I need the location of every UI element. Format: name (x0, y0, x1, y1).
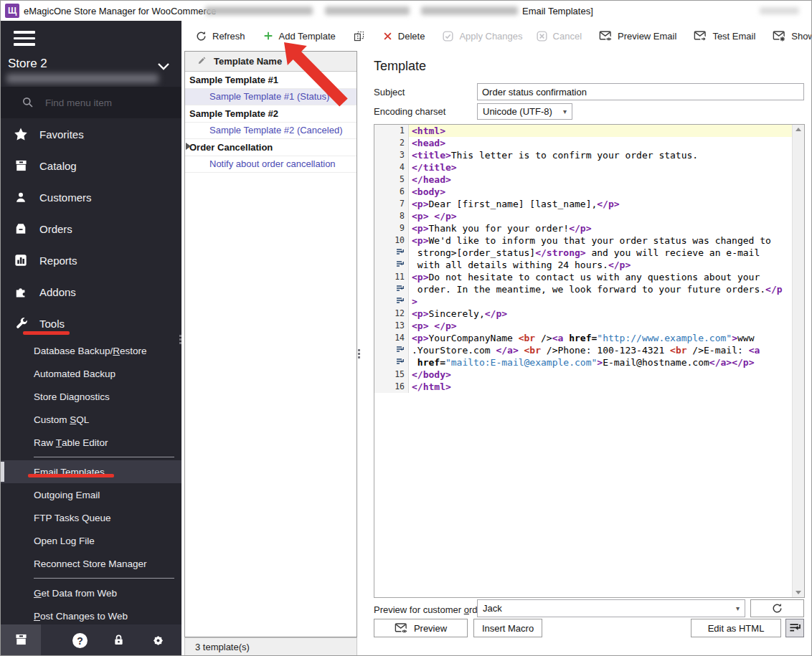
annotation-underline-tools (23, 331, 70, 335)
settings-button[interactable] (151, 633, 166, 648)
submenu-item-ftp-tasks-queue[interactable]: FTP Tasks Queue (1, 506, 181, 529)
code-line[interactable]: strong>[order_status]</strong> and you w… (374, 247, 792, 259)
code-line[interactable]: 3<title>This letter is to confirm your o… (374, 149, 792, 161)
code-token: <a (552, 333, 564, 343)
lock-button[interactable] (112, 633, 126, 647)
submenu-item-outgoing-email[interactable]: Outgoing Email (1, 483, 181, 506)
sidebar-search (1, 87, 181, 118)
preview-button[interactable]: Preview (374, 619, 468, 637)
customer-order-dropdown[interactable]: Jack ▾ (477, 599, 745, 617)
sidebar-item-catalog[interactable]: Catalog (1, 150, 181, 181)
submenu-item-reconnect-store-manager[interactable]: Reconnect Store Manager (1, 552, 181, 575)
template-row-order-cancellation[interactable]: Order Cancellation (185, 139, 357, 156)
wrap-marker-icon (396, 283, 405, 295)
hamburger-menu-icon[interactable] (14, 31, 35, 47)
submenu-item-store-diagnostics[interactable]: Store Diagnostics (1, 385, 181, 408)
edit-as-html-button[interactable]: Edit as HTML (691, 619, 781, 637)
submenu-item-custom-sql[interactable]: Custom SQL (1, 408, 181, 431)
submenu-item-open-log-file[interactable]: Open Log File (1, 529, 181, 552)
code-text: </html> (409, 381, 792, 393)
sidebar-item-favorites[interactable]: Favorites (1, 118, 181, 150)
code-line[interactable]: 13<p> </p> (374, 320, 792, 332)
label-mnemonic: G (34, 588, 42, 599)
refresh-preview-button[interactable] (750, 599, 804, 617)
code-token: <p> (412, 320, 428, 331)
code-line[interactable]: 16</html> (374, 381, 792, 393)
delete-button[interactable]: Delete (376, 27, 432, 46)
code-line[interactable]: 7<p>Dear [first_name] [last_name],</p> (374, 198, 792, 210)
preview-email-button[interactable]: Preview Email (593, 26, 683, 47)
store-archive-button[interactable] (1, 624, 41, 656)
search-input[interactable] (45, 98, 167, 108)
wrap-marker-icon (396, 295, 405, 308)
template-row-sample-template-2[interactable]: Sample Template #2 (185, 105, 357, 123)
code-line[interactable]: 5</head> (374, 173, 792, 186)
code-line[interactable]: 2<head> (374, 137, 792, 149)
customer-order-value: Jack (483, 603, 502, 614)
code-token: <p> (412, 211, 428, 222)
code-line[interactable]: 10<p>We'd like to inform you that your o… (374, 234, 792, 247)
code-line[interactable]: 9<p>Thank you for your order!</p> (374, 222, 792, 234)
code-line[interactable]: 11<p>Do not hesitate to contact us with … (374, 271, 792, 283)
template-row-sample-template-2-canceled[interactable]: Sample Template #2 (Canceled) (185, 123, 357, 140)
scroll-down-icon[interactable] (796, 591, 801, 594)
sidebar: Store 2 FavoritesCatalogCustomersOrdersR… (1, 21, 181, 624)
scroll-up-icon[interactable] (796, 128, 801, 131)
refresh-button[interactable]: Refresh (189, 26, 252, 47)
code-editor[interactable]: 1<html>2<head>3<title>This letter is to … (374, 124, 805, 598)
template-row-notify-about-order-cancellation[interactable]: Notify about order cancellation (185, 156, 357, 173)
editor-scrollbar[interactable] (792, 125, 804, 597)
duplicate-button[interactable] (346, 26, 372, 47)
subject-input[interactable] (477, 83, 804, 100)
add-template-button[interactable]: Add Template (256, 26, 342, 46)
sidebar-item-label: Orders (39, 223, 72, 235)
code-line[interactable]: 14<p>YourCompanyName <br /><a href="http… (374, 332, 792, 344)
submenu-item-automated-backup[interactable]: Automated Backup (1, 362, 181, 385)
sidebar-item-orders[interactable]: Orders (1, 213, 181, 244)
code-line[interactable]: 15</body> (374, 369, 792, 381)
orders-icon (12, 222, 29, 236)
submenu-item-get-data-from-web[interactable]: Get Data from Web (1, 581, 181, 604)
chevron-down-icon[interactable] (157, 61, 170, 74)
template-row-sample-template-1[interactable]: Sample Template #1 (185, 72, 357, 89)
code-token: <br (670, 345, 686, 356)
code-line[interactable]: order. In the meantime, we look forward … (374, 283, 792, 295)
code-line[interactable]: 8<p> </p> (374, 210, 792, 222)
code-token: <p> (412, 223, 428, 234)
template-list-header[interactable]: Template Name (185, 52, 357, 72)
help-button[interactable]: ? (72, 633, 88, 648)
code-text: href="mailto:E-mail@example.com">E-mail@… (409, 356, 792, 369)
line-number: 9 (400, 222, 405, 234)
insert-macro-button[interactable]: Insert Macro (473, 619, 542, 637)
sidebar-item-reports[interactable]: Reports (1, 244, 181, 276)
code-line[interactable]: 4</title> (374, 161, 792, 173)
code-text: strong>[order_status]</strong> and you w… (409, 247, 792, 259)
charset-dropdown[interactable]: Unicode (UTF-8) ▾ (477, 103, 572, 120)
code-line[interactable]: > (374, 295, 792, 308)
code-token: > (597, 357, 603, 368)
submenu-item-email-templates[interactable]: Email Templates (1, 460, 181, 483)
code-line[interactable]: 12<p>Sincerely,</p> (374, 308, 792, 320)
code-line[interactable]: 1<html> (374, 125, 792, 137)
toolbar-button-label: Test Email (712, 31, 755, 42)
sidebar-item-addons[interactable]: Addons (1, 276, 181, 308)
code-token: with all details withing 24 hours. (412, 260, 608, 270)
code-token: </p> (608, 260, 631, 270)
submenu-item-raw-table-editor[interactable]: Raw Table Editor (1, 431, 181, 454)
reports-icon (12, 253, 29, 267)
code-line[interactable]: with all details withing 24 hours.</p> (374, 259, 792, 271)
test-email-button[interactable]: Test Email (687, 26, 762, 47)
archive-icon (14, 632, 29, 650)
splitter-handle[interactable] (179, 335, 181, 344)
code-line[interactable]: .YourStore.com </a> <br />Phone: 100-123… (374, 344, 792, 356)
sidebar-item-customers[interactable]: Customers (1, 181, 181, 213)
template-row-sample-template-1-status[interactable]: Sample Template #1 (Status) (185, 89, 357, 106)
code-line[interactable]: href="mailto:E-mail@example.com">E-mail@… (374, 356, 792, 369)
store-name[interactable]: Store 2 (8, 57, 47, 71)
splitter-handle[interactable] (358, 349, 360, 358)
word-wrap-toggle-button[interactable] (785, 619, 804, 637)
editor-gutter: 4 (374, 161, 409, 173)
show-email-settings-button[interactable]: Show Email Settings (766, 26, 812, 47)
submenu-item-database-backup-restore[interactable]: Database Backup/Restore (1, 339, 181, 362)
code-line[interactable]: 6<body> (374, 186, 792, 198)
